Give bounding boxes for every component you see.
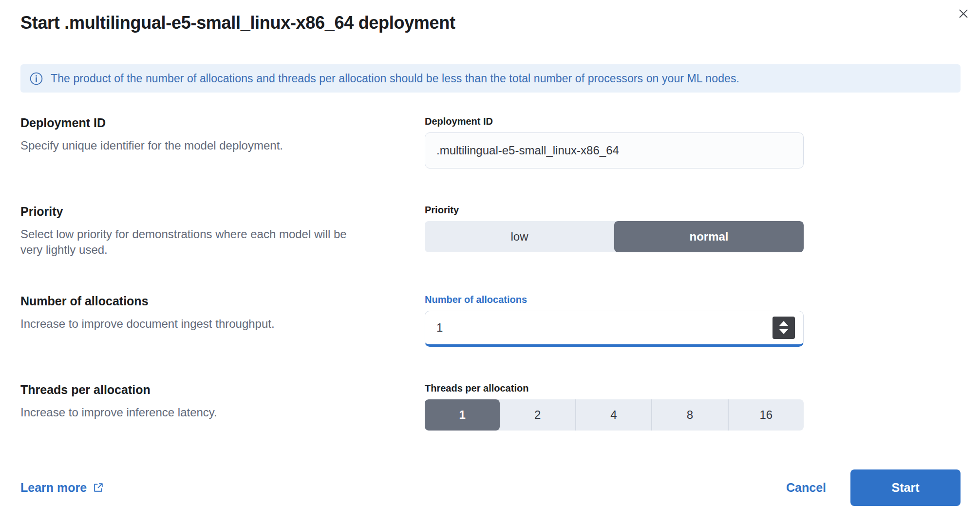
start-button[interactable]: Start [850, 469, 961, 506]
learn-more-label: Learn more [20, 481, 87, 495]
row-heading: Number of allocations [20, 294, 396, 308]
row-heading: Deployment ID [20, 116, 396, 130]
learn-more-link[interactable]: Learn more [20, 481, 104, 495]
form-row-threads: Threads per allocation Increase to impro… [20, 383, 961, 431]
stepper-up-icon[interactable] [779, 321, 788, 326]
callout-text: The product of the number of allocations… [51, 72, 739, 85]
field-label: Deployment ID [425, 116, 804, 127]
form-row-priority: Priority Select low priority for demonst… [20, 205, 961, 258]
threads-button-2[interactable]: 2 [500, 399, 576, 431]
field-label: Threads per allocation [425, 383, 804, 394]
row-heading: Threads per allocation [20, 383, 396, 397]
form-row-deployment-id: Deployment ID Specify unique identifier … [20, 116, 961, 169]
row-description: Increase to improve document ingest thro… [20, 316, 361, 332]
row-field-column: Deployment ID [425, 116, 804, 169]
external-link-icon [93, 482, 104, 493]
priority-button-normal[interactable]: normal [614, 221, 804, 252]
close-icon [958, 8, 969, 19]
start-deployment-modal: Start .multilingual-e5-small_linux-x86_6… [0, 0, 980, 506]
page-title: Start .multilingual-e5-small_linux-x86_6… [20, 13, 961, 33]
row-description: Specify unique identifier for the model … [20, 138, 361, 153]
threads-button-8[interactable]: 8 [652, 399, 728, 431]
info-callout: The product of the number of allocations… [20, 64, 961, 93]
form-row-allocations: Number of allocations Increase to improv… [20, 294, 961, 347]
row-description: Select low priority for demonstrations w… [20, 226, 361, 258]
threads-button-16[interactable]: 16 [729, 399, 804, 431]
row-description-column: Priority Select low priority for demonst… [20, 205, 425, 258]
allocations-input[interactable] [425, 311, 803, 344]
priority-button-low[interactable]: low [425, 221, 614, 252]
row-description-column: Deployment ID Specify unique identifier … [20, 116, 425, 169]
row-heading: Priority [20, 205, 396, 219]
row-description-column: Number of allocations Increase to improv… [20, 294, 425, 347]
row-field-column: Priority low normal [425, 205, 804, 258]
row-description-column: Threads per allocation Increase to impro… [20, 383, 425, 431]
threads-button-4[interactable]: 4 [576, 399, 652, 431]
stepper-down-icon[interactable] [779, 329, 788, 334]
field-label: Number of allocations [425, 294, 804, 305]
threads-button-1[interactable]: 1 [425, 399, 500, 431]
field-label: Priority [425, 205, 804, 216]
threads-button-group: 1 2 4 8 16 [425, 399, 804, 431]
close-button[interactable] [954, 4, 973, 23]
priority-button-group: low normal [425, 221, 804, 252]
row-field-column: Number of allocations [425, 294, 804, 347]
deployment-id-input[interactable] [425, 132, 804, 169]
allocations-input-wrapper [425, 311, 804, 347]
row-description: Increase to improve inference latency. [20, 405, 361, 420]
allocations-stepper[interactable] [773, 317, 795, 339]
modal-footer: Learn more Cancel Start [20, 469, 961, 506]
row-field-column: Threads per allocation 1 2 4 8 16 [425, 383, 804, 431]
cancel-button[interactable]: Cancel [786, 481, 826, 495]
info-icon [30, 72, 43, 85]
